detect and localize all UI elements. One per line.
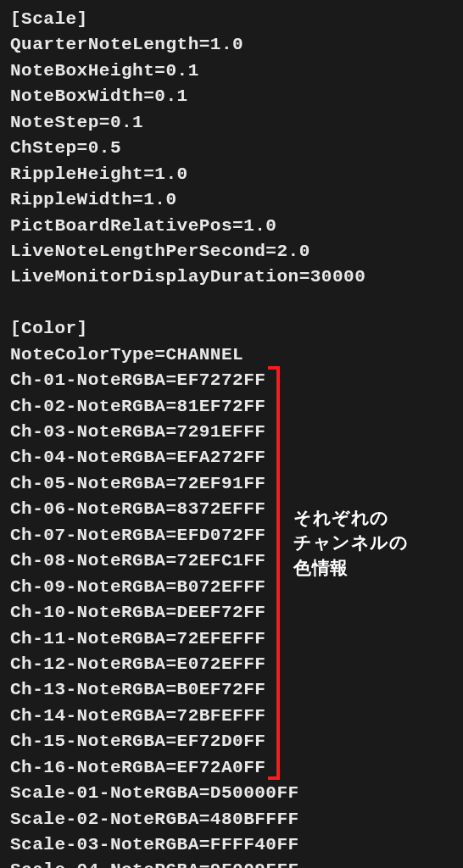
config-text-view: [Scale] QuarterNoteLength=1.0 NoteBoxHei…: [0, 0, 463, 868]
cfg-NoteStep: NoteStep=0.1: [10, 110, 453, 136]
cfg-Scale-04-NoteRGBA: Scale-04-NoteRGBA=9F009FFF: [10, 858, 453, 868]
channel-bracket: [268, 366, 280, 780]
blank-line: [10, 291, 453, 316]
cfg-Scale-01-NoteRGBA: Scale-01-NoteRGBA=D50000FF: [10, 781, 453, 806]
cfg-LiveMonitorDisplayDuration: LiveMonitorDisplayDuration=30000: [10, 264, 453, 290]
cfg-Ch-04-NoteRGBA: Ch-04-NoteRGBA=EFA272FF: [10, 445, 453, 470]
cfg-RippleHeight: RippleHeight=1.0: [10, 162, 453, 187]
annot-line-3: 色情報: [293, 555, 408, 580]
channel-annotation: それぞれの チャンネルの 色情報: [293, 505, 408, 580]
cfg-Ch-05-NoteRGBA: Ch-05-NoteRGBA=72EF91FF: [10, 471, 453, 497]
cfg-Ch-13-NoteRGBA: Ch-13-NoteRGBA=B0EF72FF: [10, 677, 453, 703]
cfg-Ch-10-NoteRGBA: Ch-10-NoteRGBA=DEEF72FF: [10, 600, 453, 626]
cfg-Scale-03-NoteRGBA: Scale-03-NoteRGBA=FFFF40FF: [10, 832, 453, 858]
annot-line-2: チャンネルの: [293, 530, 408, 554]
cfg-Ch-12-NoteRGBA: Ch-12-NoteRGBA=E072EFFF: [10, 652, 453, 677]
cfg-Ch-15-NoteRGBA: Ch-15-NoteRGBA=EF72D0FF: [10, 729, 453, 754]
cfg-LiveNoteLengthPerSecond: LiveNoteLengthPerSecond=2.0: [10, 239, 453, 264]
cfg-Ch-11-NoteRGBA: Ch-11-NoteRGBA=72EFEFFF: [10, 626, 453, 652]
section-scale-header: [Scale]: [10, 7, 453, 32]
annot-line-1: それぞれの: [293, 505, 408, 530]
cfg-QuarterNoteLength: QuarterNoteLength=1.0: [10, 32, 453, 58]
cfg-NoteBoxHeight: NoteBoxHeight=0.1: [10, 58, 453, 84]
cfg-ChStep: ChStep=0.5: [10, 136, 453, 161]
cfg-PictBoardRelativePos: PictBoardRelativePos=1.0: [10, 214, 453, 239]
section-color-header: [Color]: [10, 316, 453, 342]
cfg-RippleWidth: RippleWidth=1.0: [10, 187, 453, 213]
cfg-Ch-16-NoteRGBA: Ch-16-NoteRGBA=EF72A0FF: [10, 755, 453, 781]
cfg-Ch-03-NoteRGBA: Ch-03-NoteRGBA=7291EFFF: [10, 420, 453, 445]
cfg-Ch-14-NoteRGBA: Ch-14-NoteRGBA=72BFEFFF: [10, 704, 453, 729]
cfg-Scale-02-NoteRGBA: Scale-02-NoteRGBA=480BFFFF: [10, 807, 453, 832]
cfg-Ch-01-NoteRGBA: Ch-01-NoteRGBA=EF7272FF: [10, 368, 453, 393]
cfg-NoteBoxWidth: NoteBoxWidth=0.1: [10, 84, 453, 109]
cfg-Ch-02-NoteRGBA: Ch-02-NoteRGBA=81EF72FF: [10, 394, 453, 420]
cfg-NoteColorType: NoteColorType=CHANNEL: [10, 342, 453, 368]
